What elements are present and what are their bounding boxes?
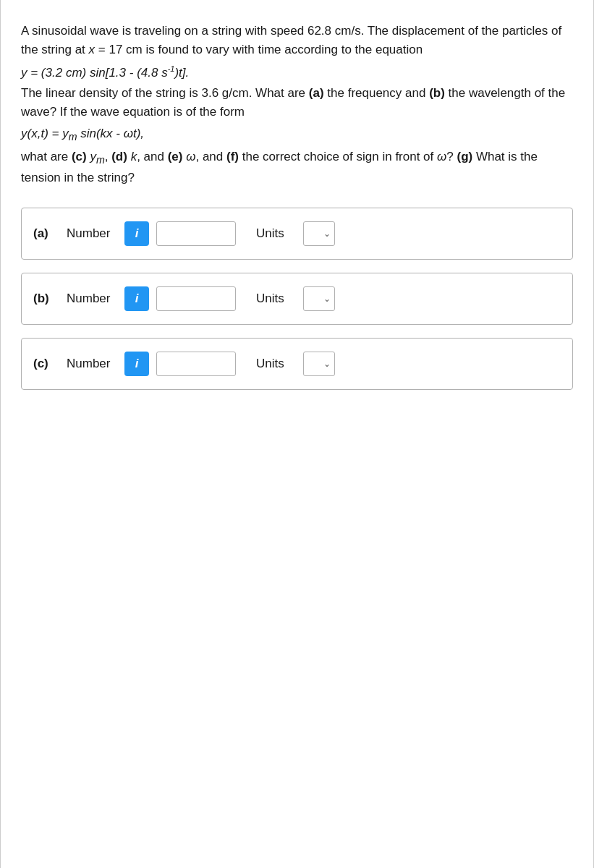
part-label-a: (a)	[33, 226, 59, 241]
units-dropdown-wrapper-a[interactable]: ⌄	[303, 221, 335, 246]
answer-row-a: (a)NumberiUnits⌄	[21, 208, 573, 260]
answer-row-b: (b)NumberiUnits⌄	[21, 273, 573, 325]
number-label-c: Number	[67, 357, 117, 371]
problem-line-2: The linear density of the string is 3.6 …	[21, 84, 573, 122]
info-button-b[interactable]: i	[124, 286, 149, 311]
units-dropdown-wrapper-c[interactable]: ⌄	[303, 352, 335, 376]
units-dropdown-wrapper-b[interactable]: ⌄	[303, 286, 335, 311]
units-select-a[interactable]	[303, 221, 335, 246]
problem-equation-1: y = (3.2 cm) sin[1.3 - (4.8 s-1)t].	[21, 63, 573, 82]
answer-row-c: (c)NumberiUnits⌄	[21, 338, 573, 390]
page-container: A sinusoidal wave is traveling on a stri…	[0, 0, 594, 868]
number-input-b[interactable]	[156, 286, 236, 311]
number-input-c[interactable]	[156, 352, 236, 376]
units-label-c: Units	[256, 357, 296, 371]
problem-line-1: A sinusoidal wave is traveling on a stri…	[21, 22, 573, 60]
units-select-c[interactable]	[303, 352, 335, 376]
number-label-b: Number	[67, 292, 117, 306]
units-select-b[interactable]	[303, 286, 335, 311]
info-button-c[interactable]: i	[124, 352, 149, 376]
problem-text: A sinusoidal wave is traveling on a stri…	[21, 22, 573, 187]
problem-equation-2: y(x,t) = ym sin(kx - ωt),	[21, 124, 573, 145]
part-label-b: (b)	[33, 292, 59, 306]
units-label-a: Units	[256, 226, 296, 241]
part-label-c: (c)	[33, 357, 59, 371]
number-input-a[interactable]	[156, 221, 236, 246]
number-label-a: Number	[67, 226, 117, 241]
answer-rows: (a)NumberiUnits⌄(b)NumberiUnits⌄(c)Numbe…	[21, 208, 573, 390]
units-label-b: Units	[256, 292, 296, 306]
info-button-a[interactable]: i	[124, 221, 149, 246]
problem-line-3: what are (c) ym, (d) k, and (e) ω, and (…	[21, 148, 573, 188]
